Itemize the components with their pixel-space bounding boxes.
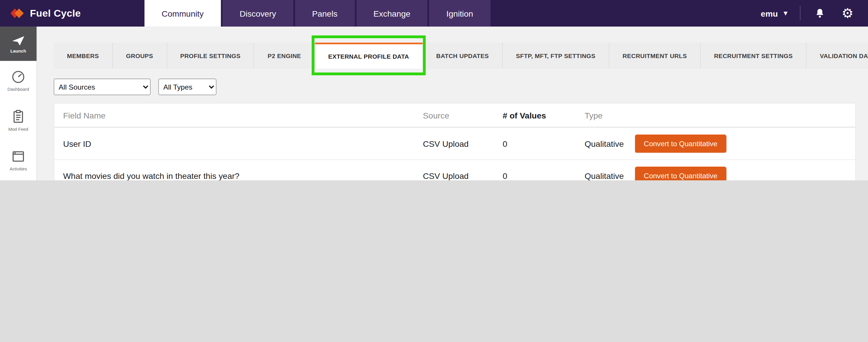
type-cell: Qualitative [585,171,635,180]
username: emu [761,8,778,18]
brand-name: Fuel Cycle [30,8,81,19]
source-header: Source [423,110,503,120]
table-header-row: Field Name Source # of Values Type [54,103,856,127]
tab-members[interactable]: MEMBERS [54,42,113,69]
top-tab-exchange[interactable]: Exchange [356,0,428,27]
convert-to-quantitative-button[interactable]: Convert to Quantitative [635,167,726,180]
sidebar: Launch Dashboard Mod Feed [0,27,37,180]
values-header: # of Values [503,110,585,120]
tab-external-profile-data[interactable]: EXTERNAL PROFILE DATA [315,42,423,69]
notifications-bell-icon[interactable] [812,5,828,22]
dashboard-gauge-icon [10,69,26,85]
top-bar: Fuel Cycle Community Discovery Panels Ex… [0,0,868,27]
main-area: MEMBERS GROUPS PROFILE SETTINGS P2 ENGIN… [36,27,868,180]
sidebar-item-label: Activities [10,167,27,172]
sidebar-item-label: Mod Feed [8,127,28,132]
sidebar-item-label: Launch [10,49,26,53]
filter-row: All Sources All Types [54,79,856,95]
values-cell: 0 [503,171,585,180]
table-row: What movies did you watch in theater thi… [54,159,856,180]
settings-gear-icon[interactable]: ⚙ [839,5,856,22]
top-tab-panels[interactable]: Panels [295,0,354,27]
sidebar-item-activities[interactable]: Activities [0,141,36,180]
field-name-cell: User ID [63,139,423,148]
field-name-cell: What movies did you watch in theater thi… [63,171,423,180]
type-cell: Qualitative [585,139,635,148]
top-tab-community[interactable]: Community [145,0,221,27]
source-cell: CSV Upload [423,171,503,180]
source-filter-select[interactable]: All Sources [54,79,151,95]
convert-to-quantitative-button[interactable]: Convert to Quantitative [635,134,726,153]
top-right: emu ▼ ⚙ [761,0,868,27]
action-cell: Convert to Quantitative [635,134,847,153]
sidebar-item-mod-feed[interactable]: Mod Feed [0,101,36,141]
type-filter-select[interactable]: All Types [158,79,216,95]
profile-tabs: MEMBERS GROUPS PROFILE SETTINGS P2 ENGIN… [54,42,856,69]
action-cell: Convert to Quantitative [635,167,847,180]
external-profile-data-table: Field Name Source # of Values Type User … [54,103,856,180]
type-header: Type [585,110,635,120]
top-tab-discovery[interactable]: Discovery [222,0,293,27]
tab-p2-engine[interactable]: P2 ENGINE [254,42,315,69]
tab-label: EXTERNAL PROFILE DATA [328,53,409,60]
divider [800,6,801,21]
field-name-header: Field Name [63,110,423,120]
app-window: Fuel Cycle Community Discovery Panels Ex… [0,0,868,180]
mod-feed-clipboard-icon [10,109,26,125]
source-cell: CSV Upload [423,139,503,148]
table-body: User ID CSV Upload 0 Qualitative Convert… [54,127,856,180]
tab-validation-data[interactable]: VALIDATION DATA [806,42,868,69]
sidebar-item-launch[interactable]: Launch [0,27,36,61]
tab-batch-updates[interactable]: BATCH UPDATES [423,42,503,69]
top-nav: Community Discovery Panels Exchange Igni… [145,0,490,27]
sidebar-item-dashboard[interactable]: Dashboard [0,61,36,101]
brand[interactable]: Fuel Cycle [0,0,145,27]
tab-groups[interactable]: GROUPS [113,42,167,69]
fuel-cycle-logo-icon [10,7,24,20]
tab-recruitment-settings[interactable]: RECRUITMENT SETTINGS [701,42,807,69]
chevron-down-icon: ▼ [782,9,789,17]
top-tab-ignition[interactable]: Ignition [429,0,490,27]
tab-sftp-mft-ftp-settings[interactable]: SFTP, MFT, FTP SETTINGS [503,42,609,69]
user-menu[interactable]: emu ▼ [761,8,789,18]
tab-profile-settings[interactable]: PROFILE SETTINGS [167,42,254,69]
values-cell: 0 [503,139,585,148]
activities-window-icon [10,149,26,164]
table-row: User ID CSV Upload 0 Qualitative Convert… [54,127,856,159]
tab-recruitment-urls[interactable]: RECRUITMENT URLS [609,42,701,69]
launch-icon [11,34,25,46]
sidebar-item-label: Dashboard [7,88,29,93]
